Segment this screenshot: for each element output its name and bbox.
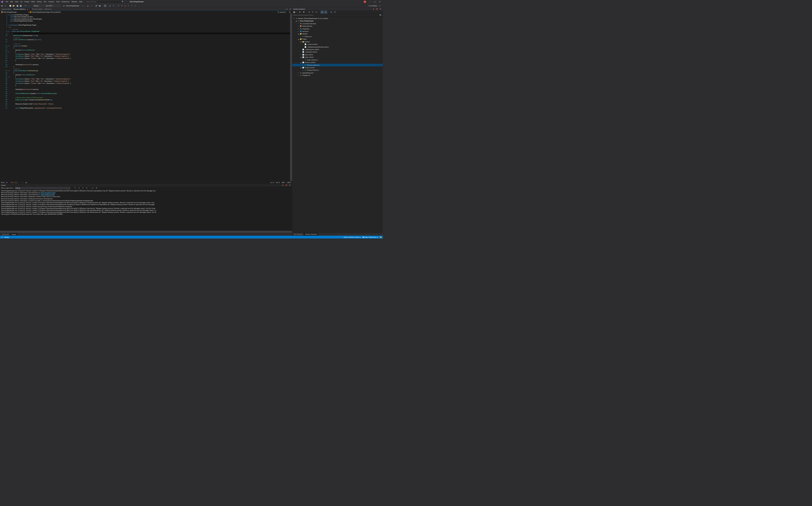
expand-icon[interactable]: ◢ xyxy=(300,62,302,63)
minimize-button[interactable]: ─ xyxy=(368,0,371,3)
tree-item-Index-cshtml[interactable]: ◢📄Index.cshtml xyxy=(292,56,383,59)
tree-item-Shared[interactable]: ◢📁Shared xyxy=(292,40,383,43)
expand-icon[interactable]: ◢ xyxy=(300,41,302,42)
tb-button-2[interactable]: ☰ xyxy=(130,4,133,7)
menu-help[interactable]: Help xyxy=(78,0,83,3)
add-source-control-button[interactable]: ↑ Add to Source Control ▴ xyxy=(343,236,360,238)
menu-test[interactable]: Test xyxy=(42,0,48,3)
fold-margin[interactable]: ⊟⊟⊟⊟⊟⊟⊟⊟ xyxy=(8,13,10,181)
open-button[interactable]: 📂▾ xyxy=(13,4,15,7)
start-without-debug-button[interactable]: ▷ xyxy=(82,4,84,7)
sol-dropdown-button[interactable]: ▾ xyxy=(372,8,375,10)
zoom-level[interactable]: 96 % xyxy=(1,181,5,183)
tab-Layout-cshtml[interactable]: Layout.cshtml xyxy=(1,8,12,10)
expand-icon[interactable]: ▷ xyxy=(297,75,299,76)
redo-button[interactable]: ↷▾ xyxy=(28,4,30,7)
tree-item-_ViewStart-cshtml[interactable]: 📄_ViewStart.cshtml xyxy=(292,51,383,53)
tree-item-_Layout-cshtml[interactable]: 📄_Layout.cshtml xyxy=(292,43,383,46)
tree-item-Connected-Services[interactable]: ▷⚙Connected Services xyxy=(292,22,383,25)
start-debug-button[interactable]: ▶ xyxy=(63,4,65,7)
word-wrap-button[interactable]: ↩ xyxy=(91,187,94,189)
code-content[interactable]: using IronPdf.Razor.Pages;using Microsof… xyxy=(10,13,290,181)
close-icon[interactable]: ✕ xyxy=(29,8,30,10)
tree-item-Index-cshtml-cs[interactable]: ▷C#Index.cshtml.cs xyxy=(292,59,383,61)
preview-tab-button[interactable]: ▭ xyxy=(285,8,288,10)
expand-icon[interactable]: ◢ xyxy=(300,67,302,69)
tb-button-1[interactable]: ☰ xyxy=(127,4,130,7)
sol-collapse-button[interactable]: ⊟ xyxy=(315,11,318,13)
step-into-button[interactable]: ⬇ xyxy=(108,4,111,7)
output-close-button[interactable]: ✕ xyxy=(288,184,291,186)
global-search-input[interactable]: 🔍 xyxy=(85,1,124,3)
tree-item-Privacy-cshtml-cs[interactable]: ▷C#Privacy.cshtml.cs xyxy=(292,69,383,72)
sol-properties-button[interactable]: 🔧 xyxy=(330,11,333,13)
settings-icon[interactable]: ✿ xyxy=(6,181,7,183)
feedback-button[interactable]: ☺ xyxy=(378,4,381,7)
undo-button[interactable]: ↶▾ xyxy=(24,4,27,7)
user-avatar[interactable]: CR xyxy=(364,1,366,3)
forward-button[interactable]: ▶ xyxy=(4,4,7,7)
menu-build[interactable]: Build xyxy=(30,0,36,3)
expand-icon[interactable]: ▷ xyxy=(300,54,302,56)
select-repository-button[interactable]: ▦ Select Repository ▴ xyxy=(362,236,378,238)
output-dropdown-button[interactable]: ▾ xyxy=(281,184,284,186)
uncomment-button[interactable]: ☰ xyxy=(120,4,123,7)
sol-preview-selected-button[interactable]: ☰ xyxy=(333,11,336,13)
output-content[interactable]: 'RazorPageSample.exe' (CoreCLR: clrhost)… xyxy=(0,190,292,231)
hot-reload-button[interactable]: 🔥▾ xyxy=(87,4,90,7)
tree-item-Properties[interactable]: ▷🔧Properties xyxy=(292,27,383,30)
expand-icon[interactable]: ◢ xyxy=(300,57,302,58)
nav-up-button[interactable]: ↑ xyxy=(21,181,21,183)
dashboard-button[interactable]: ▦▾ xyxy=(99,4,101,7)
tree-item-Persons-cshtml[interactable]: ◢📄Persons.cshtml xyxy=(292,61,383,64)
tree-item-Error-cshtml[interactable]: ▷📄Error.cshtml xyxy=(292,53,383,56)
menu-debug[interactable]: Debug xyxy=(36,0,42,3)
run-target-label[interactable]: RazorPageSample xyxy=(66,5,79,7)
expand-icon[interactable]: ◢ xyxy=(295,20,297,22)
solution-root[interactable]: ▢⧉Solution 'RazorPageSample' (1 of 1 pro… xyxy=(292,17,383,19)
maximize-button[interactable]: ▢ xyxy=(373,0,376,3)
prev-message-button[interactable]: ≣ xyxy=(78,187,80,189)
menu-file[interactable]: File xyxy=(5,0,9,3)
save-all-button[interactable]: 💾 xyxy=(19,4,22,7)
solution-search-input[interactable] xyxy=(293,14,379,16)
editor-vscrollbar[interactable] xyxy=(290,13,292,181)
tree-item-_ValidationScriptsPartial-cshtml[interactable]: 📄_ValidationScriptsPartial.cshtml xyxy=(292,46,383,48)
warning-count[interactable]: 1 xyxy=(16,181,17,183)
tree-item-_ViewImports-cshtml[interactable]: 📄_ViewImports.cshtml xyxy=(292,48,383,51)
tree-item-appsettings-json[interactable]: ▷{}appsettings.json xyxy=(292,72,383,74)
next-message-button[interactable]: ≣ xyxy=(81,187,84,189)
expand-icon[interactable]: ▷ xyxy=(300,36,302,37)
sol-preview-button[interactable]: ▭ xyxy=(324,11,327,13)
menu-git[interactable]: Git xyxy=(19,0,24,3)
comment-button[interactable]: ☰ xyxy=(117,4,120,7)
breadcrumb-member[interactable]: 🔧 persons xyxy=(278,11,285,13)
error-count[interactable]: 0 xyxy=(12,181,13,183)
tab-Persons-cshtml[interactable]: Persons.cshtml xyxy=(31,8,44,10)
expand-icon[interactable]: ◢ xyxy=(297,38,299,40)
expand-icon[interactable]: ▷ xyxy=(302,64,304,66)
menu-project[interactable]: Project xyxy=(23,0,30,3)
back-button[interactable]: ◀▾ xyxy=(1,4,4,7)
expand-icon[interactable]: ▷ xyxy=(297,25,299,27)
bookmark-button[interactable]: 🔖 xyxy=(124,4,127,7)
platform-dropdown[interactable]: Any CPU▾ xyxy=(45,4,61,7)
step-over-button[interactable]: ↷ xyxy=(112,4,115,7)
sol-pin-button[interactable]: 📌 xyxy=(376,8,378,10)
sol-home-button[interactable]: 🏠▾ xyxy=(293,11,296,13)
sol-refresh-button[interactable]: ↻ xyxy=(311,11,314,13)
notifications-button[interactable]: 🔔 xyxy=(380,236,382,238)
breadcrumb-namespace[interactable]: 🔶 RazorPageSample.Pages.PersonsModel xyxy=(30,11,61,13)
expand-icon[interactable]: ◢ xyxy=(297,33,299,34)
menu-tools[interactable]: Tools xyxy=(55,0,61,3)
line-ending[interactable]: CRLF xyxy=(287,181,291,183)
search-input-field[interactable] xyxy=(86,1,123,3)
nav-down-button[interactable]: ↓ xyxy=(23,181,24,183)
clear-output-button[interactable]: ✕ xyxy=(85,187,88,189)
pin-icon[interactable]: 📌 xyxy=(27,8,28,10)
tab-Persons-cshtml-cs[interactable]: Persons.cshtml.cs📌✕ xyxy=(12,8,31,10)
split-editor-button[interactable]: ⊞ xyxy=(288,10,291,13)
menu-analyze[interactable]: Analyze xyxy=(48,0,55,3)
expand-icon[interactable]: ▷ xyxy=(297,28,299,29)
tree-item-Dependencies[interactable]: ▷📦Dependencies xyxy=(292,25,383,27)
